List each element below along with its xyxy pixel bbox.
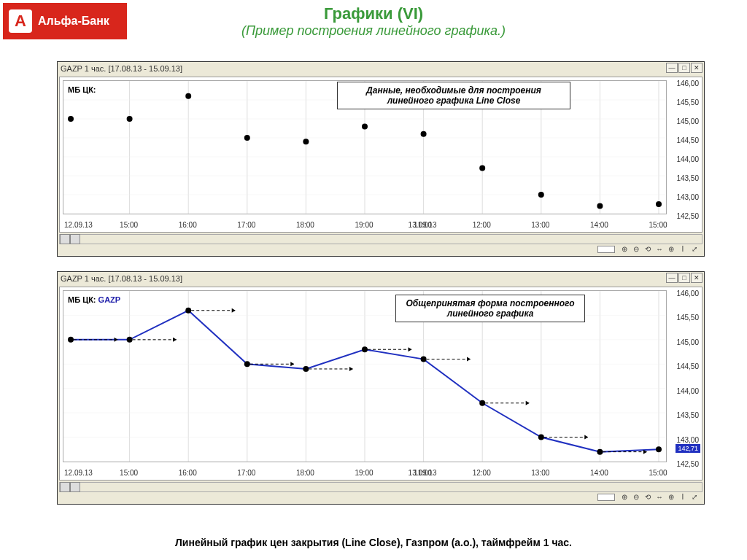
chart-thumbnail-icon[interactable] bbox=[597, 494, 615, 501]
market-label: МБ ЦК: bbox=[68, 85, 96, 94]
x-tick-label: 14:00 bbox=[590, 221, 608, 229]
x-tick-label: 15:00 bbox=[120, 469, 138, 477]
y-axis: 146,00145,50145,00144,50144,00143,50143,… bbox=[668, 80, 699, 214]
y-tick-label: 143,50 bbox=[676, 174, 699, 182]
close-button[interactable]: ✕ bbox=[691, 273, 703, 283]
x-tick-label: 15:00 bbox=[649, 469, 667, 477]
last-price-badge: 142,71 bbox=[676, 444, 700, 453]
svg-point-60 bbox=[244, 361, 250, 367]
x-tick-label: 15:00 bbox=[649, 221, 667, 229]
logo-text: Альфа-Банк bbox=[38, 15, 109, 28]
window-controls: — □ ✕ bbox=[666, 63, 703, 73]
y-tick-label: 145,00 bbox=[676, 117, 699, 125]
date-label-left: 12.09.13 bbox=[64, 469, 93, 477]
svg-point-57 bbox=[68, 337, 74, 343]
maximize-button[interactable]: □ bbox=[678, 273, 690, 283]
footer-caption: Линейный график цен закрытия (Line Close… bbox=[0, 537, 747, 548]
plot-wrap: МБ ЦК: GAZP 146,00145,50145,00144,50144,… bbox=[59, 287, 703, 481]
x-tick-label: 14:00 bbox=[590, 469, 608, 477]
date-label-left: 12.09.13 bbox=[64, 221, 93, 229]
annotation-box: Общепринятая форма построенного линейног… bbox=[395, 295, 585, 322]
y-tick-label: 143,00 bbox=[676, 435, 699, 443]
svg-point-22 bbox=[303, 139, 309, 144]
date-label-right: 13.09.13 bbox=[409, 221, 437, 229]
chart-thumbnail-icon[interactable] bbox=[597, 246, 615, 253]
x-tick-label: 18:00 bbox=[296, 469, 314, 477]
x-tick-label: 17:00 bbox=[237, 469, 255, 477]
x-tick-label: 12:00 bbox=[473, 221, 491, 229]
date-label-right: 13.09.13 bbox=[409, 469, 437, 477]
svg-point-28 bbox=[656, 201, 662, 207]
reset-icon[interactable]: ⟲ bbox=[643, 245, 653, 254]
svg-point-61 bbox=[303, 366, 309, 372]
chart-bottom-bar: ⊕ ⊖ ⟲ ↔ ⊕ I ⤢ bbox=[59, 234, 703, 254]
y-tick-label: 142,50 bbox=[676, 212, 699, 220]
svg-point-62 bbox=[362, 346, 368, 352]
y-tick-label: 144,50 bbox=[676, 136, 699, 144]
zoom-in-icon[interactable]: ⊕ bbox=[619, 493, 630, 502]
svg-point-25 bbox=[479, 166, 485, 171]
cursor-icon[interactable]: I bbox=[678, 245, 688, 254]
crosshair-icon[interactable]: ⊕ bbox=[666, 493, 676, 502]
y-tick-label: 146,00 bbox=[676, 289, 699, 298]
maximize-button[interactable]: □ bbox=[678, 63, 690, 73]
brand-logo: А Альфа-Банк bbox=[3, 3, 127, 39]
logo-letter-icon: А bbox=[9, 9, 32, 33]
chart-panel-scatter: GAZP 1 час. [17.08.13 - 15.09.13] — □ ✕ … bbox=[57, 61, 705, 257]
y-tick-label: 143,00 bbox=[676, 193, 699, 201]
market-label: МБ ЦК: GAZP bbox=[68, 295, 120, 304]
zoom-out-icon[interactable]: ⊖ bbox=[631, 493, 641, 502]
y-tick-label: 143,50 bbox=[676, 411, 699, 419]
svg-point-59 bbox=[185, 308, 191, 314]
zoom-in-icon[interactable]: ⊕ bbox=[619, 245, 630, 254]
cursor-icon[interactable]: I bbox=[678, 493, 688, 502]
svg-point-67 bbox=[656, 446, 662, 452]
svg-point-58 bbox=[127, 337, 133, 343]
pan-icon[interactable]: ↔ bbox=[654, 245, 665, 254]
svg-point-19 bbox=[127, 116, 133, 122]
market-prefix: МБ ЦК: bbox=[68, 295, 98, 304]
horizontal-scrollbar[interactable] bbox=[59, 482, 703, 492]
x-tick-label: 16:00 bbox=[179, 469, 197, 477]
y-tick-label: 144,00 bbox=[676, 386, 699, 394]
svg-point-21 bbox=[244, 135, 250, 141]
svg-point-26 bbox=[538, 192, 544, 198]
y-tick-label: 145,50 bbox=[676, 98, 699, 106]
pan-icon[interactable]: ↔ bbox=[654, 493, 665, 502]
y-axis: 146,00145,50145,00144,50144,00143,50143,… bbox=[668, 290, 699, 462]
annotation-box: Данные, необходимые для построения линей… bbox=[337, 82, 570, 109]
minimize-button[interactable]: — bbox=[666, 63, 678, 73]
x-tick-label: 13:00 bbox=[531, 221, 549, 229]
expand-icon[interactable]: ⤢ bbox=[689, 493, 700, 502]
minimize-button[interactable]: — bbox=[666, 273, 678, 283]
x-tick-label: 19:00 bbox=[355, 469, 373, 477]
svg-point-63 bbox=[421, 357, 427, 362]
chart-titlebar: GAZP 1 час. [17.08.13 - 15.09.13] — □ ✕ bbox=[58, 62, 704, 75]
expand-icon[interactable]: ⤢ bbox=[689, 245, 700, 254]
svg-point-18 bbox=[68, 116, 74, 122]
chart-toolbar: ⊕ ⊖ ⟲ ↔ ⊕ I ⤢ bbox=[59, 492, 703, 502]
close-button[interactable]: ✕ bbox=[691, 63, 703, 73]
chart-panel-line: GAZP 1 час. [17.08.13 - 15.09.13] — □ ✕ … bbox=[57, 271, 705, 505]
zoom-out-icon[interactable]: ⊖ bbox=[631, 245, 641, 254]
horizontal-scrollbar[interactable] bbox=[59, 234, 703, 244]
plot-wrap: МБ ЦК: 146,00145,50145,00144,50144,00143… bbox=[59, 77, 703, 233]
chart-title-text: GAZP 1 час. [17.08.13 - 15.09.13] bbox=[61, 64, 182, 73]
x-tick-label: 13:00 bbox=[531, 469, 549, 477]
x-tick-label: 12:00 bbox=[473, 469, 491, 477]
reset-icon[interactable]: ⟲ bbox=[643, 493, 653, 502]
svg-point-23 bbox=[362, 123, 368, 129]
chart-toolbar: ⊕ ⊖ ⟲ ↔ ⊕ I ⤢ bbox=[59, 244, 703, 254]
y-tick-label: 142,50 bbox=[676, 460, 699, 468]
x-tick-label: 15:00 bbox=[120, 221, 138, 229]
y-tick-label: 144,00 bbox=[676, 155, 699, 163]
crosshair-icon[interactable]: ⊕ bbox=[666, 245, 676, 254]
ticker-label: GAZP bbox=[98, 295, 121, 304]
chart-titlebar: GAZP 1 час. [17.08.13 - 15.09.13] — □ ✕ bbox=[58, 272, 704, 285]
window-controls: — □ ✕ bbox=[666, 273, 703, 283]
x-tick-label: 17:00 bbox=[237, 221, 255, 229]
svg-point-66 bbox=[597, 449, 603, 455]
y-tick-label: 145,00 bbox=[676, 338, 699, 346]
y-tick-label: 145,50 bbox=[676, 314, 699, 322]
chart-bottom-bar: ⊕ ⊖ ⟲ ↔ ⊕ I ⤢ bbox=[59, 482, 703, 502]
